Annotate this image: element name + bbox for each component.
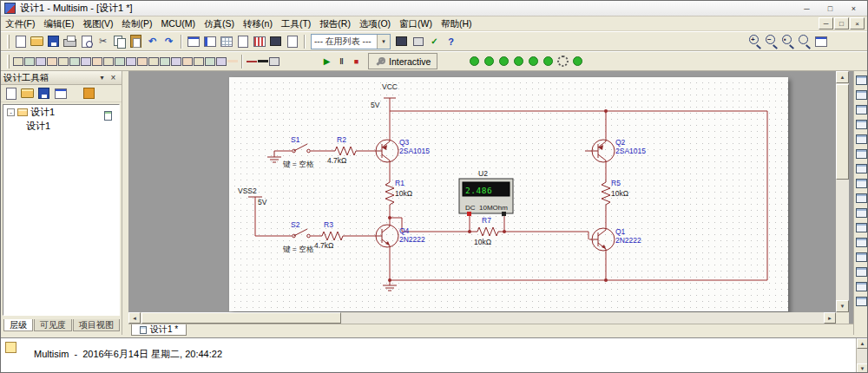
vertical-scroll-thumb[interactable] <box>836 84 849 180</box>
cut-icon[interactable]: ✂ <box>95 34 111 49</box>
spice-netlist-viewer-icon[interactable] <box>234 34 251 49</box>
run-simulation-icon[interactable]: ▶ <box>319 54 334 69</box>
function-generator-icon[interactable] <box>855 88 868 101</box>
switch-s1[interactable]: S1 键 = 空格 <box>282 135 314 168</box>
stop-simulation-icon[interactable]: ■ <box>349 54 364 69</box>
transistor-q4[interactable]: Q4 2N2222 <box>376 225 425 247</box>
menu-reports[interactable]: 报告(R) <box>315 16 355 31</box>
tab-project-view[interactable]: 项目视图 <box>73 319 120 331</box>
place-diode-icon[interactable] <box>35 54 46 69</box>
pause-simulation-icon[interactable]: ‖ <box>334 54 349 69</box>
transistor-q3[interactable]: Q3 2SA1015 <box>376 138 430 162</box>
design-toolbox-icon[interactable] <box>201 34 218 49</box>
vertical-scrollbar[interactable] <box>836 71 849 312</box>
scroll-down-icon[interactable] <box>836 300 849 312</box>
redo-icon[interactable]: ↷ <box>161 34 177 49</box>
help-icon[interactable]: ? <box>443 34 459 49</box>
place-mixed-icon[interactable] <box>102 54 114 69</box>
horizontal-scrollbar[interactable] <box>128 312 836 324</box>
spreadsheet-scrollbar[interactable] <box>856 338 867 373</box>
ground-symbol-left[interactable] <box>267 151 281 162</box>
voltage-probe-icon[interactable] <box>482 54 496 69</box>
place-power-icon[interactable] <box>125 54 136 69</box>
place-bus-icon[interactable] <box>227 54 238 69</box>
scroll-up-icon[interactable] <box>836 71 849 83</box>
scroll-right-icon[interactable] <box>824 312 836 324</box>
menu-file[interactable]: 文件(F) <box>1 16 39 31</box>
place-basic-icon[interactable] <box>23 54 35 69</box>
zoom-in-icon[interactable]: + <box>746 34 763 49</box>
interactive-simulation-button[interactable]: Interactive <box>368 53 437 69</box>
postprocessor-icon[interactable] <box>267 34 284 49</box>
zoom-full-icon[interactable] <box>812 34 829 49</box>
schematic-sheet[interactable]: VCC 5V VSS2 5V <box>229 77 788 311</box>
toolbox-open-icon[interactable] <box>19 86 36 101</box>
parent-sheet-icon[interactable] <box>284 34 300 49</box>
place-ttl-icon[interactable] <box>69 54 80 69</box>
resistor-r7[interactable]: R7 10kΩ <box>474 216 501 246</box>
digital-multimeter-icon[interactable] <box>855 74 868 86</box>
place-connectors-icon[interactable] <box>193 54 204 69</box>
scroll-down-icon[interactable] <box>857 363 868 373</box>
place-ni-components-icon[interactable] <box>181 54 193 69</box>
tab-visibility[interactable]: 可见度 <box>34 319 72 331</box>
menu-edit[interactable]: 编辑(E) <box>39 16 78 31</box>
place-misc-digital-icon[interactable] <box>91 54 102 69</box>
graphs-icon[interactable] <box>251 34 267 49</box>
toolbox-close-icon[interactable] <box>52 86 69 101</box>
iv-analyzer-icon[interactable] <box>855 221 868 233</box>
child-close-button[interactable]: × <box>850 17 865 29</box>
dock-icon[interactable] <box>96 73 108 83</box>
menu-place[interactable]: 绘制(P) <box>117 16 156 31</box>
electrical-rules-check-icon[interactable]: ✓ <box>426 34 443 49</box>
bode-plotter-icon[interactable] <box>855 147 868 160</box>
differential-probe-icon[interactable] <box>541 54 556 69</box>
network-analyzer-icon[interactable] <box>855 265 868 278</box>
switch-s2[interactable]: S2 键 = 空格 <box>282 220 314 253</box>
menu-simulate[interactable]: 仿真(S) <box>200 16 239 31</box>
toolbox-new-icon[interactable] <box>3 86 19 101</box>
in-use-list-combo[interactable]: --- 在用列表 --- <box>311 34 391 49</box>
digital-probe-icon[interactable] <box>526 54 541 69</box>
zoom-area-icon[interactable]: ▪ <box>779 34 796 49</box>
toolbox-save-icon[interactable] <box>36 86 52 101</box>
resistor-r2[interactable]: R2 4.7kΩ <box>327 135 358 165</box>
tree-item-design-sheet[interactable]: 设计1 <box>3 119 119 133</box>
multimeter-u2[interactable]: U2 2.486 DC 10MOhm <box>459 169 513 216</box>
zoom-out-icon[interactable]: − <box>763 34 779 49</box>
close-button[interactable]: × <box>842 2 865 15</box>
logic-converter-icon[interactable] <box>855 192 868 204</box>
database-manager-icon[interactable] <box>393 34 410 49</box>
tree-item-design-root[interactable]: 设计1 <box>3 105 119 119</box>
full-screen-icon[interactable] <box>185 34 201 49</box>
menu-options[interactable]: 选项(O) <box>355 16 395 31</box>
logic-analyzer-icon[interactable] <box>855 206 868 219</box>
horizontal-scroll-thumb[interactable] <box>141 312 341 324</box>
current-probe-icon[interactable] <box>496 54 511 69</box>
scroll-left-icon[interactable] <box>128 312 141 324</box>
menu-transfer[interactable]: 转移(n) <box>239 16 277 31</box>
place-indicator-icon[interactable] <box>114 54 125 69</box>
transistor-q1[interactable]: Q1 2N2222 <box>589 227 641 251</box>
scroll-up-icon[interactable] <box>857 338 868 349</box>
place-rf-icon[interactable] <box>159 54 170 69</box>
place-electromechanical-icon[interactable] <box>170 54 181 69</box>
place-mcu-icon[interactable] <box>204 54 215 69</box>
toolbar-handle[interactable] <box>7 55 10 69</box>
results-icon[interactable] <box>4 342 16 353</box>
oscilloscope-icon[interactable] <box>855 118 868 130</box>
transistor-q2[interactable]: Q2 2SA1015 <box>585 138 646 162</box>
toolbox-filter-icon[interactable] <box>81 86 97 101</box>
menu-window[interactable]: 窗口(W) <box>395 16 437 31</box>
spreadsheet-view-icon[interactable] <box>218 34 234 49</box>
open-icon[interactable] <box>29 34 45 49</box>
save-icon[interactable] <box>45 34 62 49</box>
agilent-function-generator-icon[interactable] <box>855 280 868 292</box>
tab-design1-sheet[interactable]: 设计1 * <box>131 324 187 336</box>
frequency-counter-icon[interactable] <box>855 162 868 174</box>
place-cmos-icon[interactable] <box>80 54 91 69</box>
minimize-button[interactable]: ─ <box>795 2 819 15</box>
breadboard-view-icon[interactable] <box>268 54 279 69</box>
measurement-probe2-icon[interactable] <box>855 295 868 307</box>
reverse-probe-icon[interactable] <box>570 54 585 69</box>
